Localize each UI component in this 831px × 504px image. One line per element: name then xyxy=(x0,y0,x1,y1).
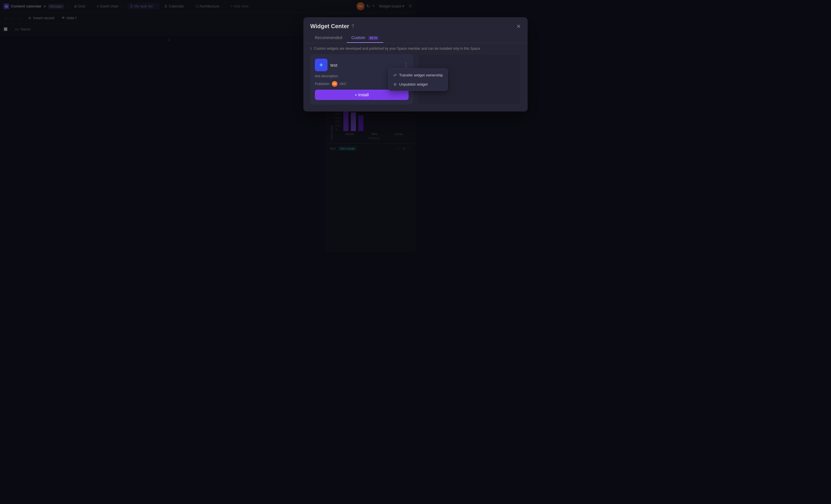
info-text: Custom widgets are developed and publish… xyxy=(314,47,416,51)
tab-custom[interactable]: Custom BETA xyxy=(347,33,383,43)
widget-icon xyxy=(315,59,327,71)
modal-title: Widget Center xyxy=(310,23,349,30)
publisher-avatar: XK xyxy=(332,81,338,87)
tab-recommended[interactable]: Recommended xyxy=(310,33,347,43)
modal-header: Widget Center ? ✕ xyxy=(303,17,416,30)
info-icon: ℹ xyxy=(310,47,312,51)
transfer-icon: ⇄ xyxy=(393,73,397,77)
help-icon[interactable]: ? xyxy=(351,24,354,29)
modal-overlay: Widget Center ? ✕ Recommended Custom BET… xyxy=(0,0,416,252)
widget-grid: test ⋮ test description Publisher: XK XK… xyxy=(303,54,416,112)
widget-menu-button[interactable]: ⋮ xyxy=(403,62,409,68)
transfer-ownership-item[interactable]: ⇄ Transfer widget ownership xyxy=(389,70,416,80)
beta-badge: BETA xyxy=(368,36,379,40)
widget-logo-svg xyxy=(318,61,325,68)
widget-card-test: test ⋮ test description Publisher: XK XK… xyxy=(310,54,413,105)
context-menu: ⇄ Transfer widget ownership ⊗ Unpublish … xyxy=(389,68,416,91)
modal-info: ℹ Custom widgets are developed and publi… xyxy=(303,43,416,54)
widget-center-modal: Widget Center ? ✕ Recommended Custom BET… xyxy=(303,17,416,112)
widget-name: test xyxy=(331,63,337,67)
modal-tabs: Recommended Custom BETA xyxy=(303,30,416,43)
install-button[interactable]: + Install xyxy=(315,90,409,100)
unpublish-icon: ⊗ xyxy=(393,82,397,87)
unpublish-item[interactable]: ⊗ Unpublish widget xyxy=(389,80,416,89)
